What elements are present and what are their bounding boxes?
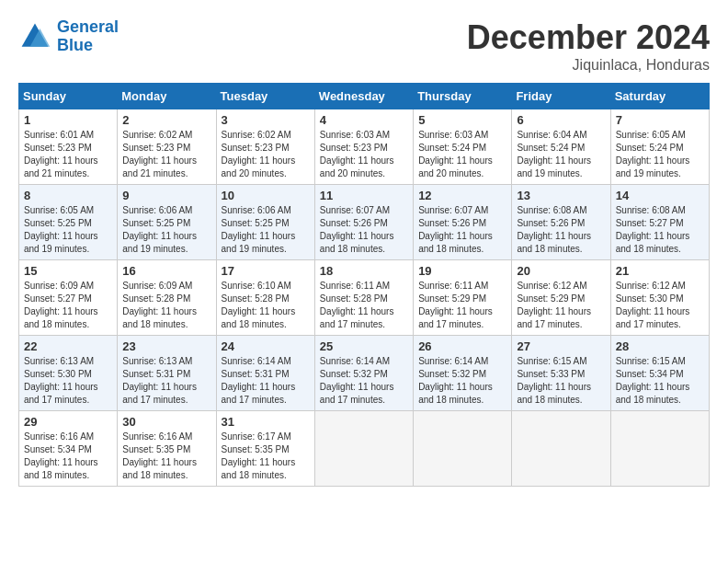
calendar-cell	[610, 411, 709, 487]
calendar-cell: 9Sunrise: 6:06 AM Sunset: 5:25 PM Daylig…	[118, 185, 216, 260]
location: Jiquinlaca, Honduras	[467, 57, 710, 74]
cell-info: Sunrise: 6:06 AM Sunset: 5:25 PM Dayligh…	[222, 204, 310, 256]
day-number: 1	[24, 113, 112, 127]
cell-info: Sunrise: 6:11 AM Sunset: 5:29 PM Dayligh…	[418, 280, 506, 331]
calendar-cell: 23Sunrise: 6:13 AM Sunset: 5:31 PM Dayli…	[118, 336, 216, 411]
day-number: 27	[517, 339, 605, 353]
calendar-cell: 15Sunrise: 6:09 AM Sunset: 5:27 PM Dayli…	[19, 260, 118, 336]
cell-info: Sunrise: 6:11 AM Sunset: 5:28 PM Dayligh…	[320, 280, 408, 331]
calendar-cell: 4Sunrise: 6:03 AM Sunset: 5:23 PM Daylig…	[314, 109, 413, 185]
cell-info: Sunrise: 6:13 AM Sunset: 5:30 PM Dayligh…	[24, 355, 112, 407]
calendar-cell: 12Sunrise: 6:07 AM Sunset: 5:26 PM Dayli…	[414, 185, 512, 260]
calendar-cell	[414, 411, 512, 487]
cell-info: Sunrise: 6:10 AM Sunset: 5:28 PM Dayligh…	[222, 280, 310, 331]
col-header-monday: Monday	[118, 84, 216, 109]
cell-info: Sunrise: 6:14 AM Sunset: 5:32 PM Dayligh…	[418, 355, 506, 407]
cell-info: Sunrise: 6:16 AM Sunset: 5:35 PM Dayligh…	[122, 431, 210, 482]
calendar-cell: 1Sunrise: 6:01 AM Sunset: 5:23 PM Daylig…	[19, 109, 118, 185]
calendar-cell: 11Sunrise: 6:07 AM Sunset: 5:26 PM Dayli…	[314, 185, 413, 260]
col-header-friday: Friday	[512, 84, 610, 109]
cell-info: Sunrise: 6:07 AM Sunset: 5:26 PM Dayligh…	[320, 204, 408, 256]
cell-info: Sunrise: 6:07 AM Sunset: 5:26 PM Dayligh…	[418, 204, 506, 256]
calendar-table: SundayMondayTuesdayWednesdayThursdayFrid…	[18, 83, 710, 487]
day-number: 21	[616, 264, 704, 278]
calendar-cell: 27Sunrise: 6:15 AM Sunset: 5:33 PM Dayli…	[512, 336, 610, 411]
cell-info: Sunrise: 6:05 AM Sunset: 5:25 PM Dayligh…	[24, 204, 112, 256]
cell-info: Sunrise: 6:02 AM Sunset: 5:23 PM Dayligh…	[222, 129, 310, 180]
cell-info: Sunrise: 6:15 AM Sunset: 5:34 PM Dayligh…	[616, 355, 704, 407]
day-number: 28	[616, 339, 704, 353]
day-number: 31	[222, 415, 310, 429]
day-number: 16	[122, 264, 210, 278]
calendar-week-row: 15Sunrise: 6:09 AM Sunset: 5:27 PM Dayli…	[19, 260, 710, 336]
calendar-cell: 2Sunrise: 6:02 AM Sunset: 5:23 PM Daylig…	[118, 109, 216, 185]
day-number: 12	[418, 189, 506, 202]
day-number: 11	[320, 189, 408, 202]
col-header-sunday: Sunday	[19, 84, 118, 109]
cell-info: Sunrise: 6:05 AM Sunset: 5:24 PM Dayligh…	[616, 129, 704, 180]
day-number: 10	[222, 189, 310, 202]
col-header-thursday: Thursday	[414, 84, 512, 109]
cell-info: Sunrise: 6:14 AM Sunset: 5:32 PM Dayligh…	[320, 355, 408, 407]
cell-info: Sunrise: 6:12 AM Sunset: 5:29 PM Dayligh…	[517, 280, 605, 331]
calendar-cell: 18Sunrise: 6:11 AM Sunset: 5:28 PM Dayli…	[314, 260, 413, 336]
logo-text: General Blue	[57, 18, 119, 55]
title-block: December 2024 Jiquinlaca, Honduras	[467, 18, 710, 74]
calendar-cell: 25Sunrise: 6:14 AM Sunset: 5:32 PM Dayli…	[314, 336, 413, 411]
day-number: 5	[418, 113, 506, 127]
logo: General Blue	[18, 18, 119, 55]
cell-info: Sunrise: 6:06 AM Sunset: 5:25 PM Dayligh…	[122, 204, 210, 256]
cell-info: Sunrise: 6:14 AM Sunset: 5:31 PM Dayligh…	[222, 355, 310, 407]
day-number: 4	[320, 113, 408, 127]
day-number: 26	[418, 339, 506, 353]
calendar-cell: 21Sunrise: 6:12 AM Sunset: 5:30 PM Dayli…	[610, 260, 709, 336]
day-number: 15	[24, 264, 112, 278]
day-number: 17	[222, 264, 310, 278]
cell-info: Sunrise: 6:16 AM Sunset: 5:34 PM Dayligh…	[24, 431, 112, 482]
page-header: General Blue December 2024 Jiquinlaca, H…	[18, 18, 710, 74]
calendar-cell: 22Sunrise: 6:13 AM Sunset: 5:30 PM Dayli…	[19, 336, 118, 411]
calendar-cell: 30Sunrise: 6:16 AM Sunset: 5:35 PM Dayli…	[118, 411, 216, 487]
calendar-cell: 24Sunrise: 6:14 AM Sunset: 5:31 PM Dayli…	[216, 336, 314, 411]
calendar-week-row: 8Sunrise: 6:05 AM Sunset: 5:25 PM Daylig…	[19, 185, 710, 260]
cell-info: Sunrise: 6:03 AM Sunset: 5:24 PM Dayligh…	[418, 129, 506, 180]
calendar-cell: 8Sunrise: 6:05 AM Sunset: 5:25 PM Daylig…	[19, 185, 118, 260]
cell-info: Sunrise: 6:08 AM Sunset: 5:26 PM Dayligh…	[517, 204, 605, 256]
cell-info: Sunrise: 6:02 AM Sunset: 5:23 PM Dayligh…	[122, 129, 210, 180]
calendar-week-row: 22Sunrise: 6:13 AM Sunset: 5:30 PM Dayli…	[19, 336, 710, 411]
calendar-cell: 20Sunrise: 6:12 AM Sunset: 5:29 PM Dayli…	[512, 260, 610, 336]
calendar-week-row: 1Sunrise: 6:01 AM Sunset: 5:23 PM Daylig…	[19, 109, 710, 185]
cell-info: Sunrise: 6:01 AM Sunset: 5:23 PM Dayligh…	[24, 129, 112, 180]
calendar-cell: 17Sunrise: 6:10 AM Sunset: 5:28 PM Dayli…	[216, 260, 314, 336]
calendar-cell: 26Sunrise: 6:14 AM Sunset: 5:32 PM Dayli…	[414, 336, 512, 411]
day-number: 3	[222, 113, 310, 127]
calendar-cell	[512, 411, 610, 487]
day-number: 29	[24, 415, 112, 429]
col-header-saturday: Saturday	[610, 84, 709, 109]
calendar-cell: 31Sunrise: 6:17 AM Sunset: 5:35 PM Dayli…	[216, 411, 314, 487]
calendar-cell: 5Sunrise: 6:03 AM Sunset: 5:24 PM Daylig…	[414, 109, 512, 185]
col-header-tuesday: Tuesday	[216, 84, 314, 109]
day-number: 7	[616, 113, 704, 127]
calendar-cell: 6Sunrise: 6:04 AM Sunset: 5:24 PM Daylig…	[512, 109, 610, 185]
cell-info: Sunrise: 6:15 AM Sunset: 5:33 PM Dayligh…	[517, 355, 605, 407]
day-number: 9	[122, 189, 210, 202]
day-number: 18	[320, 264, 408, 278]
calendar-cell	[314, 411, 413, 487]
month-title: December 2024	[467, 18, 710, 57]
cell-info: Sunrise: 6:08 AM Sunset: 5:27 PM Dayligh…	[616, 204, 704, 256]
cell-info: Sunrise: 6:12 AM Sunset: 5:30 PM Dayligh…	[616, 280, 704, 331]
day-number: 2	[122, 113, 210, 127]
day-number: 19	[418, 264, 506, 278]
calendar-cell: 3Sunrise: 6:02 AM Sunset: 5:23 PM Daylig…	[216, 109, 314, 185]
day-number: 8	[24, 189, 112, 202]
calendar-cell: 19Sunrise: 6:11 AM Sunset: 5:29 PM Dayli…	[414, 260, 512, 336]
day-number: 20	[517, 264, 605, 278]
cell-info: Sunrise: 6:17 AM Sunset: 5:35 PM Dayligh…	[222, 431, 310, 482]
cell-info: Sunrise: 6:04 AM Sunset: 5:24 PM Dayligh…	[517, 129, 605, 180]
cell-info: Sunrise: 6:09 AM Sunset: 5:28 PM Dayligh…	[122, 280, 210, 331]
day-number: 25	[320, 339, 408, 353]
calendar-cell: 13Sunrise: 6:08 AM Sunset: 5:26 PM Dayli…	[512, 185, 610, 260]
calendar-cell: 28Sunrise: 6:15 AM Sunset: 5:34 PM Dayli…	[610, 336, 709, 411]
day-number: 6	[517, 113, 605, 127]
